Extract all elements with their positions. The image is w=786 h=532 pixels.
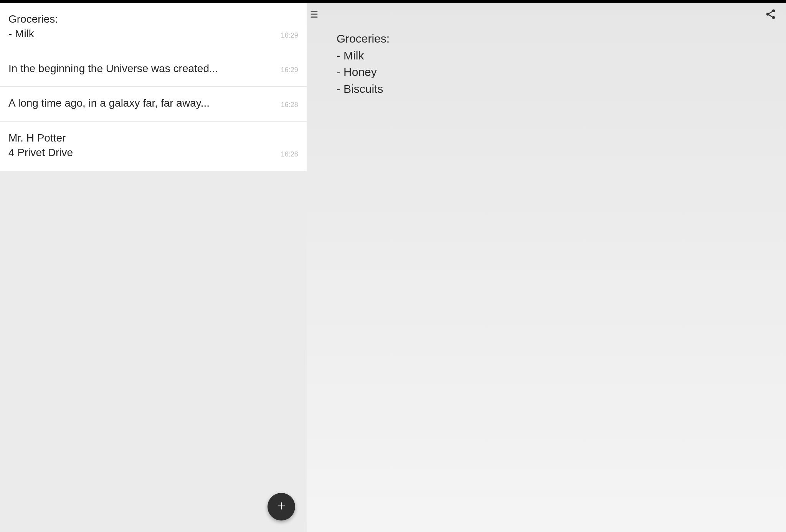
note-list: Groceries: - Milk 16:29 In the beginning… [0,3,307,171]
svg-point-7 [772,16,775,19]
note-preview: Mr. H Potter 4 Privet Drive [8,131,78,160]
app-root: Groceries: - Milk 16:29 In the beginning… [0,0,786,532]
note-time: 16:28 [281,101,298,110]
note-preview: In the beginning the Universe was create… [8,61,223,76]
menu-button[interactable] [307,7,323,23]
share-icon [765,8,776,21]
note-time: 16:29 [281,31,298,41]
note-item[interactable]: Mr. H Potter 4 Privet Drive 16:28 [0,122,307,171]
note-preview: A long time ago, in a galaxy far, far aw… [8,96,214,110]
note-content[interactable]: Groceries: - Milk - Honey - Biscuits [307,27,786,112]
note-list-pane: Groceries: - Milk 16:29 In the beginning… [0,3,307,532]
svg-point-5 [772,10,775,13]
note-detail-pane: Groceries: - Milk - Honey - Biscuits [307,3,786,532]
note-time: 16:29 [281,66,298,76]
note-item[interactable]: Groceries: - Milk 16:29 [0,3,307,52]
share-button[interactable] [763,7,778,23]
plus-icon [276,501,287,513]
note-item[interactable]: In the beginning the Universe was create… [0,52,307,87]
svg-point-6 [766,13,769,16]
note-item[interactable]: A long time ago, in a galaxy far, far aw… [0,87,307,122]
add-note-button[interactable] [268,493,295,520]
detail-toolbar [307,3,786,27]
note-time: 16:28 [281,150,298,160]
menu-icon [309,8,321,21]
note-preview: Groceries: - Milk [8,12,63,41]
